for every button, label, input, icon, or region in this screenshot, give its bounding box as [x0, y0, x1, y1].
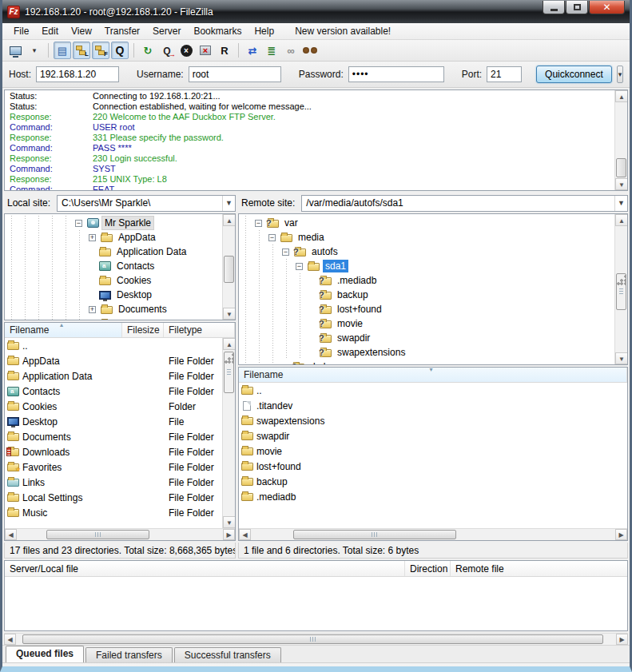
filter-button[interactable]: ∞ — [282, 42, 300, 59]
quickconnect-button[interactable]: Quickconnect — [536, 66, 612, 83]
tree-item[interactable]: ?.mediadb — [239, 273, 614, 288]
process-queue-button[interactable]: Q — [158, 42, 176, 59]
tree-item[interactable]: +Downloads — [5, 316, 221, 320]
toggle-message-log-button[interactable]: ▤ — [54, 42, 71, 59]
username-input[interactable] — [189, 66, 281, 82]
tab-queued-files[interactable]: Queued files — [6, 646, 84, 662]
file-row[interactable]: .. — [5, 338, 221, 353]
tree-item[interactable]: −sda1 — [239, 259, 614, 273]
title-bar[interactable]: Fz 192.168.1.20 - root@192.168.1.20 - Fi… — [2, 0, 630, 23]
file-row[interactable]: .. — [239, 383, 627, 398]
menu-item-new-version[interactable]: New version available! — [288, 24, 397, 38]
scroll-thumb[interactable] — [616, 158, 626, 177]
reconnect-button[interactable]: R — [216, 42, 233, 59]
scroll-thumb[interactable] — [224, 256, 234, 283]
tree-item[interactable]: ?movie — [239, 316, 614, 331]
tab-failed-transfers[interactable]: Failed transfers — [85, 647, 173, 662]
minimize-button[interactable] — [543, 1, 565, 14]
scroll-right-arrow[interactable]: ▶ — [616, 634, 628, 645]
remote-tree-vertical-scrollbar[interactable]: ▲ ▼ — [614, 214, 627, 364]
password-input[interactable] — [348, 66, 444, 82]
port-input[interactable] — [487, 66, 522, 82]
local-site-combobox[interactable]: C:\Users\Mr Sparkle\ ▼ — [57, 195, 236, 212]
tree-item[interactable]: Desktop — [5, 288, 221, 302]
scroll-thumb[interactable] — [46, 530, 150, 539]
queue-horizontal-scrollbar[interactable]: ◀ ▶ — [4, 633, 628, 645]
scroll-right-arrow[interactable]: ▶ — [615, 529, 627, 540]
directory-comparison-button[interactable]: ⇄ — [244, 42, 261, 59]
tab-successful-transfers[interactable]: Successful transfers — [174, 647, 281, 662]
site-manager-button[interactable] — [6, 42, 24, 59]
tree-item[interactable]: ?dvd — [239, 360, 614, 364]
tree-item[interactable]: −media — [239, 230, 614, 245]
scroll-thumb[interactable] — [224, 352, 234, 393]
tree-item[interactable]: Application Data — [5, 245, 221, 259]
disconnect-button[interactable]: × — [197, 42, 214, 59]
column-header-server-local-file[interactable]: Server/Local file — [5, 561, 405, 576]
tree-item[interactable]: ?lost+found — [239, 302, 614, 316]
chevron-down-icon[interactable]: ▼ — [614, 196, 627, 211]
host-input[interactable] — [36, 66, 119, 82]
site-manager-dropdown[interactable]: ▾ — [26, 42, 43, 59]
maximize-button[interactable] — [566, 1, 588, 14]
remote-list-horizontal-scrollbar[interactable]: ◀ ▶ — [239, 528, 627, 540]
collapse-icon[interactable]: − — [268, 234, 276, 241]
file-row[interactable]: LinksFile Folder — [5, 475, 221, 490]
transfer-type-icon[interactable]: A — [459, 668, 472, 672]
menu-item-server[interactable]: Server — [146, 24, 187, 38]
scroll-down-arrow[interactable]: ▼ — [223, 308, 236, 320]
toggle-local-tree-button[interactable]: L — [73, 42, 90, 59]
menu-item-edit[interactable]: Edit — [35, 24, 65, 38]
scroll-left-arrow[interactable]: ◀ — [239, 529, 251, 540]
menu-item-bookmarks[interactable]: Bookmarks — [187, 24, 248, 38]
file-row[interactable]: backup — [239, 474, 627, 489]
log-vertical-scrollbar[interactable]: ▲ ▼ — [614, 90, 627, 190]
quickconnect-dropdown[interactable]: ▾ — [617, 66, 623, 83]
file-row[interactable]: DesktopFile — [5, 414, 221, 429]
file-row[interactable]: ContactsFile Folder — [5, 384, 221, 399]
file-row[interactable]: Application DataFile Folder — [5, 368, 221, 384]
menu-item-help[interactable]: Help — [248, 24, 280, 38]
scroll-thumb[interactable] — [293, 530, 456, 539]
file-row[interactable]: lost+found — [239, 459, 627, 474]
file-row[interactable]: CookiesFolder — [5, 399, 221, 414]
scroll-left-arrow[interactable]: ◀ — [5, 529, 17, 540]
column-header-filetype[interactable]: Filetype — [164, 323, 235, 337]
tree-item[interactable]: +Documents — [5, 302, 221, 316]
menu-item-view[interactable]: View — [65, 24, 98, 38]
column-header-filename[interactable]: ▴ Filename — [5, 323, 122, 337]
collapse-icon[interactable]: − — [296, 263, 303, 270]
local-list-horizontal-scrollbar[interactable]: ◀ ▶ — [5, 528, 235, 540]
expand-icon[interactable]: + — [89, 234, 96, 241]
tree-item[interactable]: Contacts — [5, 259, 221, 273]
file-row[interactable]: FavoritesFile Folder — [5, 459, 221, 475]
file-row[interactable]: movie — [239, 443, 627, 459]
collapse-icon[interactable]: − — [75, 220, 82, 227]
menu-item-transfer[interactable]: Transfer — [98, 24, 146, 38]
file-row[interactable]: swapdir — [239, 428, 627, 443]
refresh-button[interactable]: ↻ — [139, 42, 157, 59]
tree-item[interactable]: −?var — [239, 216, 614, 230]
scroll-down-arrow[interactable]: ▼ — [615, 352, 628, 364]
tree-item[interactable]: −?autofs — [239, 245, 614, 259]
scroll-thumb[interactable] — [616, 273, 626, 310]
scroll-left-arrow[interactable]: ◀ — [4, 634, 16, 645]
file-row[interactable]: Local SettingsFile Folder — [5, 490, 221, 505]
scroll-up-arrow[interactable]: ▲ — [615, 214, 628, 226]
tree-item[interactable]: Cookies — [5, 273, 221, 288]
scroll-down-arrow[interactable]: ▼ — [223, 516, 235, 528]
scroll-up-arrow[interactable]: ▲ — [615, 90, 628, 102]
tree-item[interactable]: ?swapextensions — [239, 345, 614, 360]
collapse-icon[interactable]: − — [282, 249, 289, 256]
toggle-remote-tree-button[interactable]: F — [92, 42, 109, 59]
file-row[interactable]: .titandev — [239, 398, 627, 413]
file-row[interactable]: AppDataFile Folder — [5, 353, 221, 368]
column-header-filesize[interactable]: Filesize — [122, 323, 164, 337]
collapse-icon[interactable]: − — [255, 220, 262, 227]
file-row[interactable]: MusicFile Folder — [5, 505, 221, 520]
synchronized-browsing-button[interactable]: ≣ — [263, 42, 280, 59]
scroll-up-arrow[interactable]: ▲ — [223, 338, 235, 350]
remote-site-combobox[interactable]: /var/media/autofs/sda1 ▼ — [301, 195, 628, 212]
scroll-right-arrow[interactable]: ▶ — [223, 529, 235, 540]
search-button[interactable] — [301, 42, 319, 59]
